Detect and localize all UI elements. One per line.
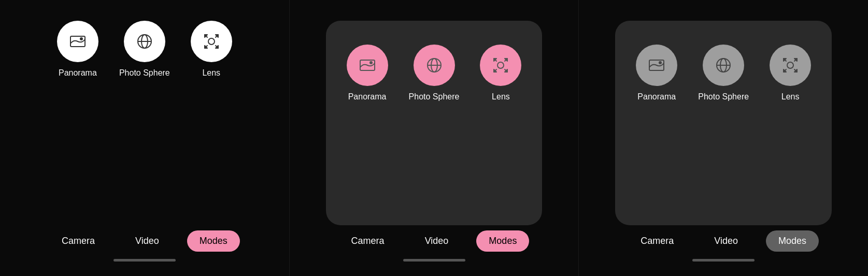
mode-item-photosphere-3[interactable]: Photo Sphere — [698, 45, 749, 101]
panorama-icon-3 — [647, 56, 666, 75]
photosphere-icon-circle — [124, 21, 165, 62]
photosphere-label-3: Photo Sphere — [698, 92, 749, 101]
lens-icon-3 — [781, 56, 800, 75]
nav-tabs-1: Camera Video Modes — [49, 230, 240, 252]
tab-video-2[interactable]: Video — [412, 230, 461, 252]
mode-item-photosphere[interactable]: Photo Sphere — [119, 21, 170, 78]
panorama-icon-circle — [57, 21, 98, 62]
photosphere-icon-circle-3 — [703, 45, 744, 86]
lens-icon-circle-3 — [770, 45, 811, 86]
bottom-nav-2: Camera Video Modes — [290, 230, 579, 266]
lens-icon — [202, 32, 221, 51]
svg-point-11 — [497, 62, 504, 68]
mode-item-lens[interactable]: Lens — [191, 21, 232, 78]
panorama-label-2: Panorama — [348, 92, 387, 101]
panorama-icon-circle-2 — [347, 45, 388, 86]
panorama-label: Panorama — [59, 68, 97, 78]
lens-icon-2 — [491, 56, 510, 75]
mode-item-panorama-3[interactable]: Panorama — [636, 45, 677, 101]
tab-camera-2[interactable]: Camera — [339, 230, 397, 252]
lens-label-3: Lens — [781, 92, 800, 101]
mode-item-photosphere-2[interactable]: Photo Sphere — [409, 45, 460, 101]
tab-camera-1[interactable]: Camera — [49, 230, 107, 252]
mode-item-lens-2[interactable]: Lens — [480, 45, 521, 101]
home-indicator-2 — [403, 259, 465, 262]
mode-item-lens-3[interactable]: Lens — [770, 45, 811, 101]
photosphere-icon-3 — [714, 56, 733, 75]
panel-plain: Panorama Photo Sphere — [0, 0, 289, 276]
lens-label: Lens — [202, 68, 220, 78]
modes-popup-pink: Panorama Photo Sphere — [326, 21, 543, 225]
nav-tabs-3: Camera Video Modes — [628, 230, 819, 252]
svg-point-17 — [787, 62, 793, 68]
photosphere-label-2: Photo Sphere — [409, 92, 460, 101]
panel-popup-pink: Panorama Photo Sphere — [289, 0, 579, 276]
tab-camera-3[interactable]: Camera — [628, 230, 686, 252]
panorama-label-3: Panorama — [637, 92, 676, 101]
modes-grid-popup-gray: Panorama Photo Sphere — [636, 39, 811, 211]
svg-point-13 — [659, 61, 662, 64]
modes-grid-popup-pink: Panorama Photo Sphere — [347, 39, 522, 211]
mode-item-panorama-2[interactable]: Panorama — [347, 45, 388, 101]
mode-item-panorama[interactable]: Panorama — [57, 21, 98, 78]
bottom-nav-1: Camera Video Modes — [0, 230, 289, 266]
svg-point-7 — [369, 61, 373, 64]
svg-point-1 — [80, 37, 83, 40]
photosphere-icon-circle-2 — [414, 45, 455, 86]
nav-tabs-2: Camera Video Modes — [339, 230, 530, 252]
panel-popup-gray: Panorama Photo Sphere — [578, 0, 868, 276]
tab-modes-1[interactable]: Modes — [187, 230, 240, 252]
photosphere-icon-2 — [425, 56, 444, 75]
home-indicator-3 — [692, 259, 755, 262]
panorama-icon-circle-3 — [636, 45, 677, 86]
lens-icon-circle — [191, 21, 232, 62]
photosphere-label: Photo Sphere — [119, 68, 170, 78]
bottom-nav-3: Camera Video Modes — [579, 230, 868, 266]
tab-video-3[interactable]: Video — [702, 230, 750, 252]
modes-popup-gray: Panorama Photo Sphere — [615, 21, 832, 225]
panorama-icon — [68, 32, 87, 51]
tab-modes-3[interactable]: Modes — [766, 230, 819, 252]
home-indicator-1 — [113, 259, 176, 262]
lens-label-2: Lens — [492, 92, 510, 101]
photosphere-icon — [135, 32, 154, 51]
tab-video-1[interactable]: Video — [123, 230, 172, 252]
svg-point-5 — [208, 38, 215, 45]
tab-modes-2[interactable]: Modes — [476, 230, 529, 252]
modes-grid-plain: Panorama Photo Sphere — [57, 16, 232, 230]
panorama-icon-2 — [358, 56, 377, 75]
lens-icon-circle-2 — [480, 45, 521, 86]
